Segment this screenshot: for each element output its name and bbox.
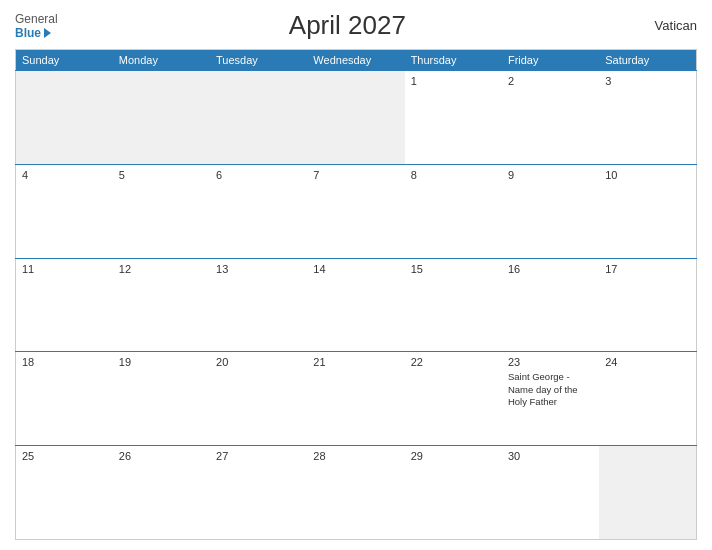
calendar-cell: 20 (210, 352, 307, 446)
calendar-cell: 4 (16, 164, 113, 258)
calendar-cell: 9 (502, 164, 599, 258)
day-number: 3 (605, 75, 690, 87)
day-number: 13 (216, 263, 301, 275)
day-number: 21 (313, 356, 398, 368)
day-number: 16 (508, 263, 593, 275)
calendar-cell: 15 (405, 258, 502, 352)
day-number: 7 (313, 169, 398, 181)
calendar-cell: 26 (113, 446, 210, 540)
calendar-cell (16, 71, 113, 165)
col-monday: Monday (113, 50, 210, 71)
calendar-cell: 23Saint George - Name day of the Holy Fa… (502, 352, 599, 446)
day-number: 24 (605, 356, 690, 368)
day-number: 20 (216, 356, 301, 368)
calendar-week-row: 45678910 (16, 164, 697, 258)
calendar-cell: 8 (405, 164, 502, 258)
logo-general: General (15, 12, 58, 26)
day-number: 26 (119, 450, 204, 462)
logo-general-text: General (15, 12, 58, 26)
calendar-cell: 19 (113, 352, 210, 446)
calendar-cell (113, 71, 210, 165)
calendar-cell: 25 (16, 446, 113, 540)
day-number: 11 (22, 263, 107, 275)
day-number: 4 (22, 169, 107, 181)
calendar-cell: 6 (210, 164, 307, 258)
day-number: 29 (411, 450, 496, 462)
calendar-cell: 10 (599, 164, 696, 258)
col-tuesday: Tuesday (210, 50, 307, 71)
day-number: 19 (119, 356, 204, 368)
calendar-week-row: 123 (16, 71, 697, 165)
calendar-cell: 11 (16, 258, 113, 352)
logo-blue: Blue (15, 26, 51, 40)
calendar-cell: 17 (599, 258, 696, 352)
logo: General Blue (15, 12, 58, 40)
day-number: 15 (411, 263, 496, 275)
calendar-week-row: 11121314151617 (16, 258, 697, 352)
calendar-cell: 3 (599, 71, 696, 165)
header: General Blue April 2027 Vatican (15, 10, 697, 41)
calendar-cell: 30 (502, 446, 599, 540)
col-friday: Friday (502, 50, 599, 71)
col-sunday: Sunday (16, 50, 113, 71)
country-label: Vatican (637, 18, 697, 33)
calendar-cell: 28 (307, 446, 404, 540)
day-number: 28 (313, 450, 398, 462)
calendar-cell: 14 (307, 258, 404, 352)
day-number: 14 (313, 263, 398, 275)
calendar-cell (210, 71, 307, 165)
calendar-cell: 27 (210, 446, 307, 540)
col-wednesday: Wednesday (307, 50, 404, 71)
day-number: 1 (411, 75, 496, 87)
day-number: 8 (411, 169, 496, 181)
calendar-cell (307, 71, 404, 165)
day-number: 23 (508, 356, 593, 368)
day-number: 30 (508, 450, 593, 462)
day-number: 5 (119, 169, 204, 181)
calendar-week-row: 181920212223Saint George - Name day of t… (16, 352, 697, 446)
calendar-cell: 16 (502, 258, 599, 352)
calendar-cell: 7 (307, 164, 404, 258)
calendar-cell (599, 446, 696, 540)
col-saturday: Saturday (599, 50, 696, 71)
day-number: 18 (22, 356, 107, 368)
calendar-cell: 29 (405, 446, 502, 540)
calendar-table: Sunday Monday Tuesday Wednesday Thursday… (15, 49, 697, 540)
calendar-cell: 1 (405, 71, 502, 165)
day-number: 6 (216, 169, 301, 181)
col-thursday: Thursday (405, 50, 502, 71)
day-number: 25 (22, 450, 107, 462)
event-label: Saint George - Name day of the Holy Fath… (508, 371, 593, 408)
day-number: 2 (508, 75, 593, 87)
day-number: 17 (605, 263, 690, 275)
calendar-title: April 2027 (58, 10, 637, 41)
calendar-cell: 2 (502, 71, 599, 165)
calendar-cell: 22 (405, 352, 502, 446)
calendar-cell: 24 (599, 352, 696, 446)
calendar-cell: 12 (113, 258, 210, 352)
page: General Blue April 2027 Vatican Sunday M… (0, 0, 712, 550)
calendar-cell: 21 (307, 352, 404, 446)
logo-blue-text: Blue (15, 26, 41, 40)
calendar-header-row: Sunday Monday Tuesday Wednesday Thursday… (16, 50, 697, 71)
calendar-cell: 5 (113, 164, 210, 258)
day-number: 27 (216, 450, 301, 462)
logo-triangle-icon (44, 28, 51, 38)
day-number: 22 (411, 356, 496, 368)
calendar-cell: 18 (16, 352, 113, 446)
calendar-week-row: 252627282930 (16, 446, 697, 540)
day-number: 12 (119, 263, 204, 275)
day-number: 9 (508, 169, 593, 181)
day-number: 10 (605, 169, 690, 181)
calendar-cell: 13 (210, 258, 307, 352)
